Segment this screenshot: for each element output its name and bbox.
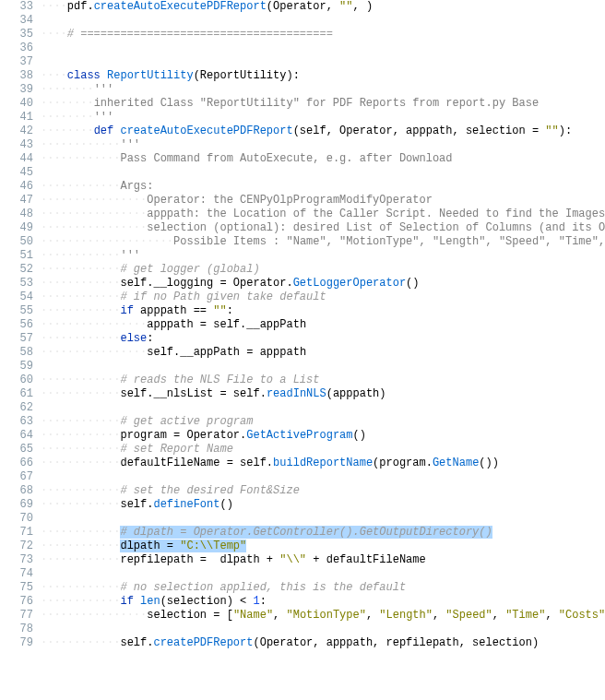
line-number: 65	[0, 443, 33, 457]
code-line[interactable]: ············program = Operator.GetActive…	[41, 429, 605, 443]
code-line[interactable]: ············self.__logging = Operator.Ge…	[41, 277, 605, 291]
line-number: 68	[0, 484, 33, 498]
line-number: 77	[0, 609, 33, 623]
line-number: 33	[0, 0, 33, 14]
line-number: 36	[0, 42, 33, 55]
line-number: 70	[0, 512, 33, 526]
line-number: 59	[0, 360, 33, 374]
line-number: 52	[0, 263, 33, 277]
line-number: 60	[0, 374, 33, 387]
code-line[interactable]: ············dlpath = "C:\\Temp"	[41, 540, 605, 553]
code-line[interactable]: ····pdf.createAutoExecutePDFReport(Opera…	[41, 0, 605, 14]
line-number: 44	[0, 152, 33, 166]
code-line[interactable]: ················self.__appPath = apppath	[41, 346, 605, 360]
code-line[interactable]: ········def createAutoExecutePDFReport(s…	[41, 125, 605, 138]
code-line[interactable]	[41, 55, 605, 69]
code-line[interactable]: ············if apppath == "":	[41, 304, 605, 318]
code-line[interactable]: ····# ==================================…	[41, 28, 605, 42]
code-line[interactable]: ················Operator: the CENPyOlpPr…	[41, 194, 605, 208]
code-line[interactable]: ············# set Report Name	[41, 443, 605, 457]
line-number: 34	[0, 14, 33, 28]
code-line[interactable]: ········'''	[41, 111, 605, 125]
line-number: 46	[0, 180, 33, 194]
code-line[interactable]: ············# dlpath = Operator.GetContr…	[41, 526, 605, 540]
line-number: 74	[0, 567, 33, 581]
line-number: 64	[0, 429, 33, 443]
line-number: 75	[0, 581, 33, 595]
code-line[interactable]: ············Args:	[41, 180, 605, 194]
code-line[interactable]: ············repfilepath = dlpath + "\\" …	[41, 553, 605, 567]
code-line[interactable]: ············self.defineFont()	[41, 498, 605, 512]
line-number: 49	[0, 221, 33, 235]
line-number: 62	[0, 401, 33, 415]
line-number: 58	[0, 346, 33, 360]
code-line[interactable]: ············'''	[41, 138, 605, 152]
code-line[interactable]	[41, 470, 605, 484]
line-number: 45	[0, 166, 33, 180]
code-line[interactable]: ············# get active program	[41, 415, 605, 429]
code-line[interactable]: ················apppath: the Location of…	[41, 208, 605, 221]
line-number: 71	[0, 526, 33, 540]
code-line[interactable]: ············'''	[41, 249, 605, 263]
line-number: 79	[0, 636, 33, 650]
code-line[interactable]	[41, 512, 605, 526]
line-number: 35	[0, 28, 33, 42]
code-line[interactable]: ····class ReportUtility(ReportUtility):	[41, 69, 605, 83]
code-line[interactable]: ················selection (optional): de…	[41, 221, 605, 235]
line-number: 55	[0, 304, 33, 318]
code-line[interactable]: ····················Possible Items : "Na…	[41, 235, 605, 249]
line-number: 69	[0, 498, 33, 512]
code-line[interactable]: ············# no selection applied, this…	[41, 581, 605, 595]
line-number: 57	[0, 332, 33, 346]
line-number: 50	[0, 235, 33, 249]
line-number: 39	[0, 83, 33, 97]
line-number: 76	[0, 595, 33, 609]
line-number: 73	[0, 553, 33, 567]
line-number: 41	[0, 111, 33, 125]
code-line[interactable]: ············self.__nlsList = self.readIn…	[41, 387, 605, 401]
code-line[interactable]: ············else:	[41, 332, 605, 346]
line-number: 78	[0, 623, 33, 636]
code-editor-content[interactable]: ····pdf.createAutoExecutePDFReport(Opera…	[41, 0, 605, 650]
code-line[interactable]: ············# set the desired Font&Size	[41, 484, 605, 498]
code-line[interactable]: ············# get logger (global)	[41, 263, 605, 277]
code-line[interactable]	[41, 567, 605, 581]
code-line[interactable]: ········inherited Class "ReportUtility" …	[41, 97, 605, 111]
code-line[interactable]	[41, 623, 605, 636]
line-number: 48	[0, 208, 33, 221]
line-number: 37	[0, 55, 33, 69]
line-number: 40	[0, 97, 33, 111]
line-number: 61	[0, 387, 33, 401]
code-line[interactable]: ············# if no Path given take defa…	[41, 291, 605, 304]
line-number: 56	[0, 318, 33, 332]
code-line[interactable]	[41, 14, 605, 28]
code-line[interactable]	[41, 401, 605, 415]
code-line[interactable]: ············self.createPDFReport(Operato…	[41, 636, 605, 650]
code-line[interactable]: ············Pass Command from AutoExecut…	[41, 152, 605, 166]
line-number: 38	[0, 69, 33, 83]
line-number: 63	[0, 415, 33, 429]
line-number: 67	[0, 470, 33, 484]
line-number: 54	[0, 291, 33, 304]
code-line[interactable]: ················selection = ["Name", "Mo…	[41, 609, 605, 623]
code-line[interactable]: ············defaultFileName = self.build…	[41, 457, 605, 470]
line-number: 66	[0, 457, 33, 470]
code-line[interactable]	[41, 166, 605, 180]
line-number-gutter: 3334353637383940414243444546474849505152…	[0, 0, 41, 650]
code-line[interactable]: ············if len(selection) < 1:	[41, 595, 605, 609]
line-number: 47	[0, 194, 33, 208]
line-number: 43	[0, 138, 33, 152]
code-line[interactable]: ············# reads the NLS File to a Li…	[41, 374, 605, 387]
line-number: 53	[0, 277, 33, 291]
code-line[interactable]: ········'''	[41, 83, 605, 97]
line-number: 72	[0, 540, 33, 553]
code-line[interactable]	[41, 360, 605, 374]
code-line[interactable]	[41, 42, 605, 55]
line-number: 42	[0, 125, 33, 138]
line-number: 51	[0, 249, 33, 263]
code-line[interactable]: ················apppath = self.__appPath	[41, 318, 605, 332]
